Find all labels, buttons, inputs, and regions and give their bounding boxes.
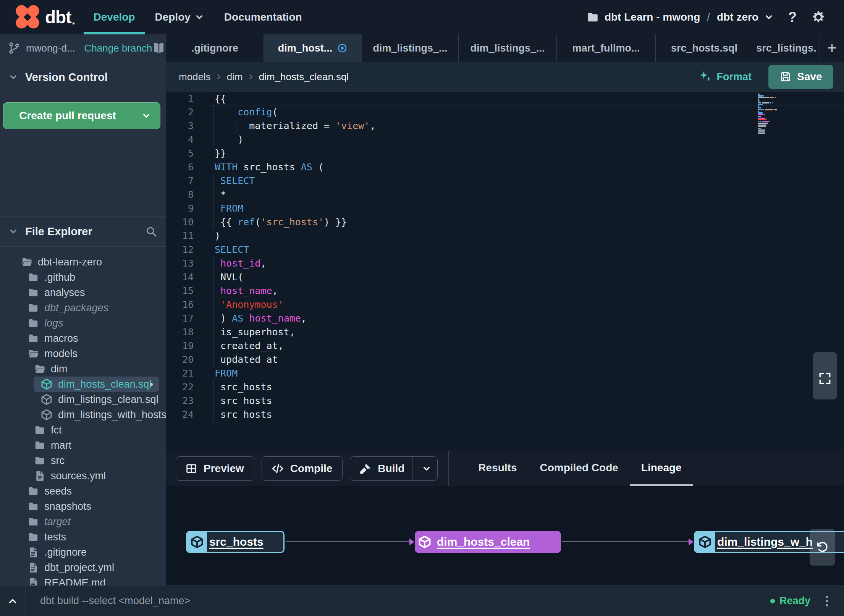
breadcrumb-item: models xyxy=(179,71,211,83)
pull-request-options-button[interactable] xyxy=(132,103,160,129)
format-button[interactable]: Format xyxy=(699,70,752,83)
file-tree-item--gitignore[interactable]: .gitignore xyxy=(0,545,166,560)
file-tree-item-dbt-packages[interactable]: dbt_packages xyxy=(0,300,166,315)
editor-tab--gitignore[interactable]: .gitignore xyxy=(166,34,264,62)
refresh-lineage-button[interactable] xyxy=(810,529,835,566)
model-cube-icon xyxy=(40,393,53,406)
settings-gear-icon[interactable] xyxy=(811,10,826,24)
file-tree-item-analyses[interactable]: analyses xyxy=(0,285,166,300)
nav-item-develop[interactable]: Develop xyxy=(84,0,145,34)
minimap-line xyxy=(758,133,781,134)
editor-column: .gitignoredim_host...dim_listings_...dim… xyxy=(166,34,844,585)
file-tree-item-label: analyses xyxy=(44,287,85,299)
compile-button[interactable]: Compile xyxy=(262,456,343,481)
file-tree-item-dim-listings-with-hosts-[interactable]: dim_listings_with_hosts... xyxy=(0,407,166,422)
file-tree-item-dim-listings-clean-sql[interactable]: dim_listings_clean.sql xyxy=(0,392,166,407)
indent-guide xyxy=(213,353,213,367)
minimap-line xyxy=(758,131,781,133)
file-tree-item-seeds[interactable]: seeds xyxy=(0,483,166,499)
file-tree-item-src[interactable]: src xyxy=(0,453,166,468)
file-tree-item-label: fct xyxy=(51,424,62,436)
save-button[interactable]: Save xyxy=(768,65,833,89)
editor-tab-dim-listings-[interactable]: dim_listings_... xyxy=(459,34,557,62)
code-line-content: NVL( xyxy=(208,270,844,284)
panel-tab-results[interactable]: Results xyxy=(467,451,528,486)
sidebar: mwong-d... Change branch Version Control… xyxy=(0,34,166,585)
model-cube-icon xyxy=(187,532,207,552)
editor-tab-src-hosts-sql[interactable]: src_hosts.sql xyxy=(656,34,753,62)
file-tree-item-dbt-project-yml[interactable]: dbt_project.yml xyxy=(0,560,166,575)
file-tree-item--github[interactable]: .github xyxy=(0,270,166,285)
editor-tab-dim-listings-[interactable]: dim_listings_... xyxy=(362,34,459,62)
indent-guide xyxy=(213,394,213,408)
docs-book-icon[interactable] xyxy=(152,41,166,55)
panel-tab-compiled-code[interactable]: Compiled Code xyxy=(528,451,629,486)
lineage-node-dim-hosts-clean[interactable]: dim_hosts_clean xyxy=(415,531,561,553)
file-tree-item-mart[interactable]: mart xyxy=(0,438,166,453)
indent-guide xyxy=(236,119,236,133)
editor-tab-dim-host-[interactable]: dim_host... xyxy=(264,34,362,62)
new-tab-button[interactable]: + xyxy=(820,34,844,62)
project-switcher[interactable]: dbt Learn - mwong / dbt zero xyxy=(586,11,774,24)
line-number: 9 xyxy=(166,202,208,215)
panel-tab-lineage[interactable]: Lineage xyxy=(630,451,693,486)
minimap-line xyxy=(758,102,781,103)
file-tree-item-logs[interactable]: logs xyxy=(0,315,166,331)
file-tree-item-dbt-learn-zero[interactable]: dbt-learn-zero xyxy=(0,254,166,270)
breadcrumb-item: dim xyxy=(227,71,243,83)
code-editor[interactable]: 1{{2 config(3 materialized = 'view',4 )5… xyxy=(166,92,844,451)
file-tree-item-target[interactable]: target xyxy=(0,514,166,529)
file-explorer-header[interactable]: File Explorer xyxy=(0,217,166,247)
file-tree-item-readme-md[interactable]: README.md xyxy=(0,575,166,585)
breadcrumb-chevron-icon xyxy=(247,73,255,81)
code-line-20: 20 updated_at xyxy=(166,353,844,367)
folder-open-icon xyxy=(27,348,39,359)
nav-item-deploy[interactable]: Deploy xyxy=(145,0,214,34)
code-line-4: 4 ) xyxy=(166,133,844,147)
editor-tab-mart-fullmo-[interactable]: mart_fullmo... xyxy=(557,34,656,62)
nav-item-documentation[interactable]: Documentation xyxy=(214,0,312,34)
file-tree-item-label: README.md xyxy=(44,577,106,586)
create-pull-request-button[interactable]: Create pull request xyxy=(3,102,160,129)
environment-name: dbt zero xyxy=(717,11,758,23)
file-tree-item-label: dbt-learn-zero xyxy=(38,256,102,268)
version-control-header[interactable]: Version Control xyxy=(0,62,166,92)
minimap-line xyxy=(758,129,781,131)
dbt-logo[interactable]: dbt xyxy=(15,5,71,29)
file-tree-item-tests[interactable]: tests xyxy=(0,529,166,545)
search-icon[interactable] xyxy=(145,225,157,238)
file-tree-item-fct[interactable]: fct xyxy=(0,422,166,438)
file-tree-item-models[interactable]: models xyxy=(0,346,166,361)
help-button[interactable]: ? xyxy=(788,9,797,25)
expand-fullscreen-button[interactable] xyxy=(813,352,837,399)
file-tree-item-dim-hosts-clean-sql[interactable]: dim_hosts_clean.sql xyxy=(34,377,159,392)
file-tree-item-snapshots[interactable]: snapshots xyxy=(0,499,166,514)
command-bar-toggle-button[interactable] xyxy=(0,586,26,616)
change-branch-link[interactable]: Change branch xyxy=(84,42,152,54)
line-number: 23 xyxy=(166,394,208,408)
folder-icon xyxy=(586,11,599,24)
editor-minimap[interactable] xyxy=(758,94,781,135)
file-tree-item-label: .github xyxy=(44,272,75,283)
chevron-down-icon xyxy=(194,12,204,22)
command-input[interactable]: dbt build --select <model_name> xyxy=(40,595,190,607)
expand-icon xyxy=(818,357,832,399)
preview-button[interactable]: Preview xyxy=(176,456,254,481)
build-button[interactable]: Build xyxy=(350,456,438,481)
file-tree-item-label: src xyxy=(51,455,65,467)
code-line-21: 21FROM xyxy=(166,367,844,380)
chevron-down-icon xyxy=(8,72,18,82)
code-line-content: WITH src_hosts AS ( xyxy=(208,160,844,174)
file-tree-item-label: target xyxy=(44,516,71,528)
file-tree-item-dim[interactable]: dim xyxy=(0,361,166,377)
lineage-node-src-hosts[interactable]: src_hosts xyxy=(186,531,285,553)
editor-tab-src-listings-[interactable]: src_listings. xyxy=(753,34,820,62)
build-options-button[interactable] xyxy=(412,457,437,480)
minimap-line xyxy=(758,112,781,113)
more-options-icon[interactable] xyxy=(826,596,828,606)
create-pull-request-label[interactable]: Create pull request xyxy=(3,103,132,129)
hammer-icon xyxy=(359,462,372,475)
file-tree-item-sources-yml[interactable]: sources.yml xyxy=(0,468,166,483)
file-tree-item-macros[interactable]: macros xyxy=(0,331,166,346)
branch-row: mwong-d... Change branch xyxy=(0,34,166,62)
